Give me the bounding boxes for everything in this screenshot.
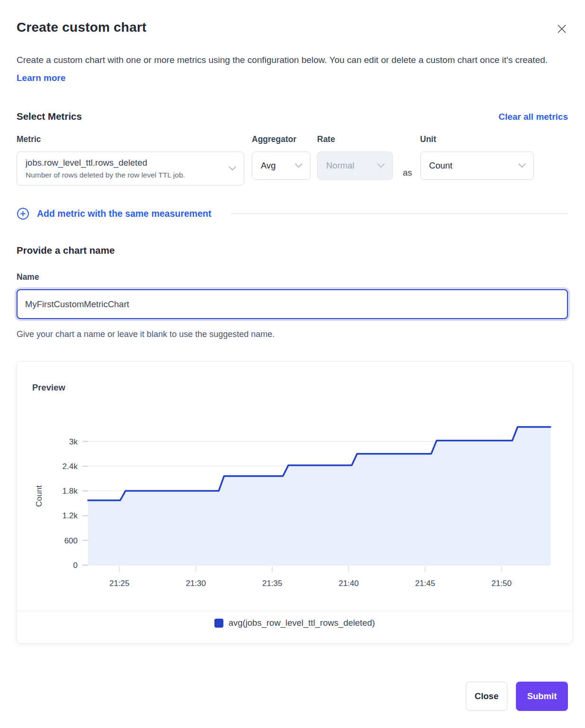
select-metrics-header: Select Metrics Clear all metrics	[17, 111, 568, 122]
chart-name-heading: Provide a chart name	[17, 245, 568, 256]
modal-header: Create custom chart	[17, 0, 568, 35]
metric-select[interactable]: jobs.row_level_ttl.rows_deleted Number o…	[17, 151, 244, 186]
rate-label: Rate	[317, 134, 393, 144]
x-tick-label: 21:40	[338, 579, 359, 588]
legend-label: avg(jobs_row_level_ttl_rows_deleted)	[229, 618, 375, 628]
metric-label: Metric	[17, 134, 244, 144]
y-tick-label: 1.8k	[62, 487, 78, 496]
modal-footer: Close Submit	[466, 682, 568, 711]
divider	[17, 611, 572, 611]
name-label: Name	[17, 272, 568, 282]
aggregator-column: Aggregator Avg	[252, 134, 310, 180]
y-tick-label: 3k	[69, 437, 78, 446]
unit-select[interactable]: Count	[420, 151, 534, 180]
add-metric-row: Add metric with the same measurement	[17, 207, 568, 220]
metric-config-row: Metric jobs.row_level_ttl.rows_deleted N…	[17, 134, 568, 186]
chevron-down-icon	[295, 163, 302, 168]
modal-description: Create a custom chart with one or more m…	[17, 51, 563, 87]
metric-select-description: Number of rows deleted by the row level …	[26, 171, 185, 179]
clear-all-metrics-link[interactable]: Clear all metrics	[498, 112, 568, 122]
learn-more-link[interactable]: Learn more	[17, 73, 65, 83]
y-tick-label: 600	[64, 536, 78, 545]
plus-circle-icon	[17, 207, 29, 220]
add-metric-label: Add metric with the same measurement	[37, 208, 211, 219]
aggregator-select[interactable]: Avg	[252, 151, 310, 180]
close-icon[interactable]	[557, 24, 567, 34]
y-tick-label: 0	[73, 561, 78, 570]
preview-heading: Preview	[32, 382, 65, 393]
page-title: Create custom chart	[17, 20, 147, 35]
divider	[231, 213, 568, 214]
submit-button[interactable]: Submit	[516, 682, 568, 711]
as-label: as	[403, 168, 412, 178]
aggregator-label: Aggregator	[252, 134, 310, 144]
unit-select-value: Count	[429, 160, 452, 171]
name-helper-text: Give your chart a name or leave it blank…	[17, 329, 568, 339]
x-tick-label: 21:25	[109, 579, 130, 588]
x-tick-label: 21:45	[415, 579, 435, 588]
y-tick-label: 1.2k	[62, 511, 78, 520]
y-tick-label: 2.4k	[62, 462, 78, 471]
metric-select-value: jobs.row_level_ttl.rows_deleted	[26, 158, 147, 168]
chart-name-input[interactable]	[17, 289, 568, 319]
preview-card: Preview 06001.2k1.8k2.4k3k21:2521:3021:3…	[17, 361, 573, 644]
select-metrics-heading: Select Metrics	[17, 111, 82, 122]
preview-chart-svg: 06001.2k1.8k2.4k3k21:2521:3021:3521:4021…	[17, 415, 573, 595]
chevron-down-icon	[377, 163, 385, 168]
unit-label: Unit	[420, 134, 534, 144]
metric-column: Metric jobs.row_level_ttl.rows_deleted N…	[17, 134, 244, 186]
add-metric-link[interactable]: Add metric with the same measurement	[17, 207, 211, 220]
y-axis-title: Count	[35, 485, 44, 507]
aggregator-select-value: Avg	[261, 160, 276, 171]
rate-column: Rate Normal	[317, 134, 393, 180]
x-tick-label: 21:50	[491, 579, 512, 588]
rate-select-disabled[interactable]: Normal	[317, 151, 393, 180]
series-area	[88, 427, 550, 565]
chevron-down-icon	[518, 163, 526, 168]
legend-swatch	[214, 619, 223, 628]
chart-legend: avg(jobs_row_level_ttl_rows_deleted)	[17, 618, 572, 628]
chevron-down-icon	[229, 166, 236, 171]
x-tick-label: 21:30	[186, 579, 206, 588]
rate-select-value: Normal	[326, 160, 355, 171]
close-button[interactable]: Close	[466, 682, 507, 711]
create-custom-chart-modal: Create custom chart Create a custom char…	[0, 0, 585, 728]
description-text: Create a custom chart with one or more m…	[17, 55, 548, 65]
x-tick-label: 21:35	[262, 579, 283, 588]
unit-column: Unit Count	[420, 134, 534, 180]
